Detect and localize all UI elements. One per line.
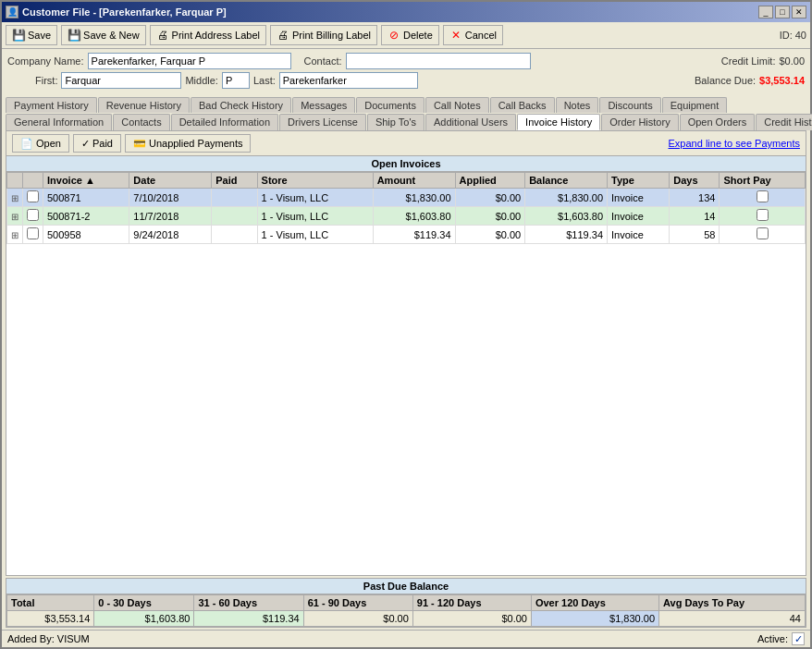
tab-contacts[interactable]: Contacts: [113, 114, 169, 130]
invoice-store: 1 - Visum, LLC: [257, 207, 373, 226]
invoice-short-pay[interactable]: [720, 207, 806, 226]
save-button[interactable]: 💾 Save: [6, 25, 57, 45]
col-invoice[interactable]: Invoice ▲: [43, 173, 129, 189]
tab-invoice-history[interactable]: Invoice History: [517, 114, 600, 130]
invoice-balance: $1,830.00: [525, 189, 608, 207]
past-due-cell-1: $1,603.80: [94, 611, 194, 627]
past-due-cell-6: 44: [659, 611, 806, 627]
invoice-number: 500958: [43, 226, 129, 244]
minimize-button[interactable]: _: [758, 6, 773, 18]
row-checkbox[interactable]: [27, 227, 39, 239]
row-checkbox-cell[interactable]: [23, 226, 43, 244]
col-91-120: 91 - 120 Days: [412, 595, 531, 611]
tab-additional-users[interactable]: Additional Users: [425, 114, 516, 130]
expand-cell[interactable]: ⊞: [7, 207, 23, 226]
paid-icon: ✓: [81, 138, 90, 150]
tab-ship-tos[interactable]: Ship To's: [367, 114, 424, 130]
tab-call-notes[interactable]: Call Notes: [425, 97, 489, 113]
balance-due-label: Balance Due:: [695, 75, 756, 86]
tab-credit-history[interactable]: Credit History: [756, 114, 812, 130]
contact-input[interactable]: [346, 53, 531, 69]
delete-button[interactable]: ⊘ Delete: [381, 25, 439, 45]
invoice-date: 9/24/2018: [129, 226, 212, 244]
short-pay-checkbox[interactable]: [757, 209, 769, 221]
print-address-button[interactable]: 🖨 Print Address Label: [150, 25, 266, 45]
col-paid: Paid: [212, 173, 257, 189]
window-controls: _ □ ✕: [758, 6, 806, 18]
last-input[interactable]: [279, 72, 418, 89]
unapplied-payments-button[interactable]: 💳 Unapplied Payments: [125, 134, 252, 153]
company-name-input[interactable]: [88, 53, 291, 69]
tab-call-backs[interactable]: Call Backs: [490, 97, 555, 113]
active-label: Active:: [757, 633, 788, 644]
col-check: [23, 173, 43, 189]
tab-revenue-history[interactable]: Revenue History: [98, 97, 190, 113]
invoice-balance: $1,603.80: [525, 207, 608, 226]
save-icon: 💾: [12, 29, 25, 42]
maximize-button[interactable]: □: [775, 6, 790, 18]
col-days: Days: [670, 173, 720, 189]
tab-detailed-information[interactable]: Detailed Information: [171, 114, 278, 130]
cancel-button[interactable]: ✕ Cancel: [443, 25, 503, 45]
tab-notes[interactable]: Notes: [556, 97, 599, 113]
tab-messages[interactable]: Messages: [292, 97, 355, 113]
tab-discounts[interactable]: Discounts: [599, 97, 660, 113]
col-short-pay: Short Pay: [720, 173, 806, 189]
save-new-button[interactable]: 💾 Save & New: [61, 25, 146, 45]
main-window: 👤 Customer File - [Parekenfarker, Farqua…: [0, 0, 812, 649]
past-due-header-row: Total 0 - 30 Days 31 - 60 Days 61 - 90 D…: [7, 595, 806, 611]
invoices-tbody: ⊞ 500871 7/10/2018 1 - Visum, LLC $1,830…: [7, 189, 806, 244]
col-store: Store: [257, 173, 373, 189]
first-input[interactable]: [61, 72, 181, 89]
tab-equipment[interactable]: Equipment: [662, 97, 728, 113]
expand-cell[interactable]: ⊞: [7, 226, 23, 244]
row-checkbox-cell[interactable]: [23, 207, 43, 226]
past-due-table: Total 0 - 30 Days 31 - 60 Days 61 - 90 D…: [6, 594, 806, 627]
added-by: Added By: VISUM: [7, 633, 90, 644]
print-billing-button[interactable]: 🖨 Print Billing Label: [270, 25, 377, 45]
col-avg-days: Avg Days To Pay: [659, 595, 806, 611]
tabs-row2: General Information Contacts Detailed In…: [2, 113, 810, 130]
tab-payment-history[interactable]: Payment History: [6, 97, 97, 113]
row-checkbox[interactable]: [27, 190, 39, 202]
print-billing-icon: 🖨: [277, 29, 289, 42]
tab-order-history[interactable]: Order History: [601, 114, 678, 130]
invoice-short-pay[interactable]: [720, 189, 806, 207]
col-31-60: 31 - 60 Days: [194, 595, 303, 611]
toolbar: 💾 Save 💾 Save & New 🖨 Print Address Labe…: [2, 22, 810, 49]
invoice-type: Invoice: [608, 207, 670, 226]
middle-input[interactable]: [222, 72, 250, 89]
invoice-date: 11/7/2018: [129, 207, 212, 226]
window-title: Customer File - [Parekenfarker, Farquar …: [22, 6, 227, 18]
past-due-cell-4: $0.00: [412, 611, 531, 627]
credit-limit-value: $0.00: [779, 55, 805, 67]
close-button[interactable]: ✕: [792, 6, 806, 18]
tab-open-orders[interactable]: Open Orders: [680, 114, 756, 130]
past-due-cell-5: $1,830.00: [531, 611, 658, 627]
tab-general-information[interactable]: General Information: [6, 114, 112, 130]
cancel-icon: ✕: [449, 29, 462, 42]
past-due-header: Past Due Balance: [6, 579, 806, 594]
expand-cell[interactable]: ⊞: [7, 189, 23, 207]
invoice-type: Invoice: [608, 226, 670, 244]
invoices-table-container: Invoice ▲ Date Paid Store Amount Applied…: [6, 172, 806, 575]
short-pay-checkbox[interactable]: [757, 190, 769, 202]
short-pay-checkbox[interactable]: [757, 227, 769, 239]
invoice-short-pay[interactable]: [720, 226, 806, 244]
row-checkbox-cell[interactable]: [23, 189, 43, 207]
invoice-applied: $0.00: [455, 226, 525, 244]
invoice-amount: $119.34: [373, 226, 455, 244]
col-total: Total: [7, 595, 94, 611]
action-bar: 📄 Open ✓ Paid 💳 Unapplied Payments Expan…: [6, 131, 806, 156]
tab-documents[interactable]: Documents: [356, 97, 424, 113]
expand-link[interactable]: Expand line to see Payments: [669, 138, 800, 149]
first-label: First:: [35, 75, 57, 86]
open-button[interactable]: 📄 Open: [12, 134, 69, 153]
row-checkbox[interactable]: [27, 209, 39, 221]
tab-drivers-license[interactable]: Drivers License: [279, 114, 366, 130]
paid-button[interactable]: ✓ Paid: [73, 134, 121, 153]
active-checkbox[interactable]: ✓: [792, 632, 805, 645]
tab-bad-check-history[interactable]: Bad Check History: [191, 97, 291, 113]
past-due-cell-2: $119.34: [194, 611, 303, 627]
table-row: ⊞ 500958 9/24/2018 1 - Visum, LLC $119.3…: [7, 226, 806, 244]
